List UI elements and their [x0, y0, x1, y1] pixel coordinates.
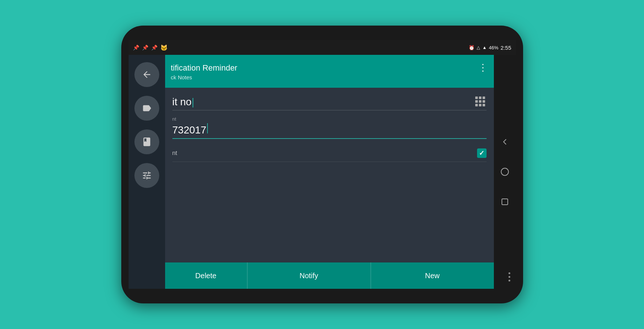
phone-device: 📌 📌 📌 🐱 ⏰ △ ▲ 46% 2:55: [121, 26, 523, 303]
pin-icon-2: 📌: [142, 45, 148, 50]
alarm-icon: ⏰: [469, 45, 475, 50]
amount-field-row: nt 732017: [172, 116, 487, 139]
recents-square-icon: [500, 197, 509, 206]
book-button[interactable]: [134, 129, 159, 154]
amount-value[interactable]: 732017: [172, 124, 206, 136]
amount-label: nt: [172, 116, 487, 122]
grid-dot: [475, 100, 478, 103]
app-title: tification Reminder: [171, 63, 237, 73]
status-bar-left: 📌 📌 📌 🐱: [133, 44, 168, 51]
app-toolbar: tification Reminder ⋮ ck Notes: [165, 55, 494, 88]
status-bar: 📌 📌 📌 🐱 ⏰ △ ▲ 46% 2:55: [129, 40, 516, 55]
text-cursor: [207, 123, 208, 133]
grid-dot: [475, 97, 478, 99]
main-content: tification Reminder ⋮ ck Notes it no: [129, 55, 516, 289]
bottom-buttons: Delete Notify New: [165, 262, 494, 289]
status-bar-right: ⏰ △ ▲ 46% 2:55: [469, 45, 511, 51]
grid-dot: [483, 100, 485, 103]
vertical-dots-icon: [508, 272, 510, 281]
grid-dot: [479, 100, 481, 103]
android-nav-bar: [494, 55, 516, 289]
title-field-wrapper: it no: [172, 96, 474, 108]
book-icon: [142, 137, 152, 147]
battery-level: 46%: [489, 45, 498, 50]
android-recents-button[interactable]: [499, 196, 511, 208]
checkmark-icon: ✓: [479, 149, 484, 157]
android-home-button[interactable]: [499, 166, 511, 178]
svg-point-0: [501, 168, 508, 175]
option-checkbox[interactable]: ✓: [477, 148, 487, 158]
cat-icon: 🐱: [160, 44, 168, 51]
app-subtitle: ck Notes: [171, 74, 488, 80]
grid-dot: [475, 104, 478, 106]
tag-button[interactable]: [134, 96, 159, 121]
clock-time: 2:55: [500, 45, 511, 51]
dot-2: [508, 276, 510, 278]
notify-button[interactable]: Notify: [248, 262, 371, 289]
more-dots-area: [508, 272, 510, 281]
back-button[interactable]: [134, 62, 159, 87]
back-triangle-icon: [500, 137, 509, 146]
pin-icon-1: 📌: [133, 45, 139, 50]
side-nav: [129, 55, 165, 289]
new-button[interactable]: New: [371, 262, 494, 289]
home-circle-icon: [500, 167, 509, 176]
delete-button[interactable]: Delete: [165, 262, 248, 289]
grid-view-button[interactable]: [474, 95, 487, 108]
android-back-button[interactable]: [499, 136, 511, 148]
option-field-row: nt ✓: [172, 145, 487, 162]
signal-filled-icon: ▲: [482, 45, 487, 50]
app-content: tification Reminder ⋮ ck Notes it no: [165, 55, 494, 289]
grid-icon: [475, 97, 485, 106]
back-arrow-icon: [142, 69, 152, 80]
phone-screen: 📌 📌 📌 🐱 ⏰ △ ▲ 46% 2:55: [129, 40, 516, 289]
pin-icon-3: 📌: [151, 45, 157, 50]
settings-button[interactable]: [134, 163, 159, 188]
form-area: it no: [165, 88, 494, 262]
toolbar-title-row: tification Reminder ⋮: [171, 62, 488, 73]
dot-1: [508, 272, 510, 274]
svg-rect-1: [502, 199, 508, 205]
title-field-row: it no: [172, 95, 487, 110]
title-field-value[interactable]: it no: [172, 96, 474, 108]
sliders-icon: [142, 170, 152, 181]
tag-icon: [142, 103, 152, 113]
grid-dot: [483, 104, 485, 106]
dot-3: [508, 280, 510, 281]
signal-icon: △: [477, 45, 480, 50]
amount-value-wrapper: 732017: [172, 123, 487, 136]
grid-dot: [479, 104, 481, 106]
option-label: nt: [172, 150, 177, 156]
grid-dot: [483, 97, 485, 99]
grid-dot: [479, 97, 481, 99]
more-options-button[interactable]: ⋮: [478, 62, 488, 73]
